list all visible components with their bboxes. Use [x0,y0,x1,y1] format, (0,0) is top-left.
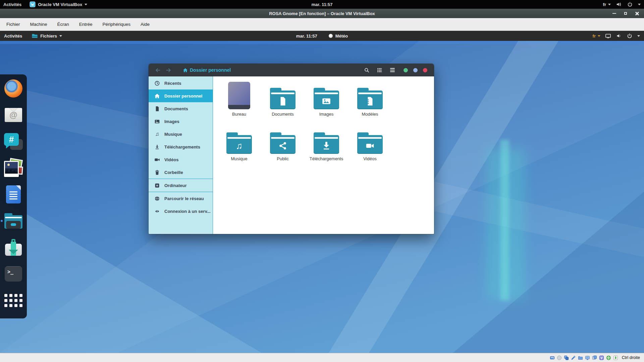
back-button[interactable] [155,67,161,73]
guest-top-bar: Activités Fichiers mar. 11:57 Météo fr [0,31,644,41]
sidebar-item-computer[interactable]: Ordinateur [149,179,213,192]
virtualbox-icon [30,1,36,7]
power-icon[interactable] [627,1,633,7]
home-icon [154,93,160,99]
dock-item-app-grid[interactable] [4,291,23,310]
vbox-window-title: ROSA Gnome [En fonction] – Oracle VM Vir… [0,11,644,16]
window-close-button[interactable] [423,68,427,72]
vbox-menu-bar: Fichier Machine Écran Entrée Périphériqu… [0,18,644,31]
files-app-icon [32,33,38,39]
chevron-down-icon[interactable] [637,35,640,37]
sidebar-item-music[interactable]: ♫ Musique [149,128,213,140]
dock-item-files[interactable] [4,212,23,230]
dock-item-polari-chat[interactable]: # [4,132,23,151]
guest-desktop: @ # [0,41,644,353]
close-button[interactable] [635,11,639,16]
power-icon [627,33,633,39]
image-icon [154,119,160,124]
dock-item-photos[interactable] [4,159,23,177]
software-icon [5,239,22,256]
sidebar-item-recents[interactable]: Récents [149,77,213,89]
dock: @ # [0,74,27,318]
chevron-down-icon[interactable] [638,4,641,5]
fm-header-bar[interactable]: Dossier personnel [149,64,434,76]
server-connect-icon [154,208,160,214]
sidebar-item-images[interactable]: Images [149,115,213,128]
host-clock[interactable]: mar. 11:57 [0,2,644,7]
menu-aide[interactable]: Aide [136,18,155,31]
dock-item-libreoffice-writer[interactable] [4,185,23,204]
menu-entree[interactable]: Entrée [74,18,98,31]
host-app-menu[interactable]: Oracle VM VirtualBox [30,1,87,7]
folder-item-documents[interactable]: Documents [261,81,305,117]
guest-clock[interactable]: mar. 11:57 [296,34,317,39]
dock-item-software[interactable] [4,238,23,257]
keyboard-capture-icon[interactable] [613,355,619,360]
folder-item-public[interactable]: Public [261,126,305,162]
hard-disks-icon[interactable] [550,355,555,360]
chat-icon: # [4,133,23,150]
display-icon [605,33,611,39]
window-maximize-button[interactable] [413,68,418,72]
fm-sidebar: Récents Dossier personnel [149,76,213,234]
folder-item-videos[interactable]: Vidéos [348,126,392,162]
menu-ecran[interactable]: Écran [52,18,74,31]
guest-keyboard-layout[interactable]: fr [593,34,600,39]
folder-item-modeles[interactable]: Modèles [348,81,392,117]
terminal-icon: >_ [5,266,22,282]
shared-folders-icon[interactable] [578,355,583,360]
folder-item-bureau[interactable]: Bureau [217,81,261,117]
vbox-title-bar[interactable]: ROSA Gnome [En fonction] – Oracle VM Vir… [0,9,644,18]
volume-icon[interactable] [616,1,622,7]
sidebar-item-downloads[interactable]: Téléchargements [149,140,213,153]
network-adapters-icon[interactable] [564,355,569,360]
folder-item-images[interactable]: Images [305,81,348,117]
host-keyboard-layout[interactable]: fr [603,2,611,7]
sidebar-item-documents[interactable]: Documents [149,102,213,115]
grid-view-icon[interactable] [377,67,382,73]
app-grid-icon [4,294,22,307]
fm-content-area[interactable]: Bureau Documents [213,76,434,234]
usb-devices-icon[interactable] [571,355,576,360]
forward-button[interactable] [165,67,172,73]
sidebar-item-connect-server[interactable]: Connexion à un serv... [149,205,213,218]
folder-item-musique[interactable]: ♫ Musique [217,126,261,162]
sidebar-item-home[interactable]: Dossier personnel [149,89,213,102]
window-minimize-button[interactable] [404,68,408,72]
folder-item-telechargements[interactable]: Téléchargements [305,126,348,162]
minimize-button[interactable] [612,13,616,14]
guest-app-menu[interactable]: Fichiers [32,33,62,39]
menu-fichier[interactable]: Fichier [1,18,25,31]
documents-folder-icon [270,88,296,109]
list-menu-icon[interactable] [389,67,395,73]
templates-folder-icon [357,88,383,109]
maximize-button[interactable] [624,12,627,15]
host-activities-button[interactable]: Activités [3,2,21,7]
sidebar-item-browse-network[interactable]: Parcourir le réseau [149,192,213,205]
video-icon [154,157,160,163]
host-top-bar: Activités Oracle VM VirtualBox mar. 11:5… [0,0,644,9]
images-folder-icon [314,88,339,109]
menu-machine[interactable]: Machine [25,18,52,31]
guest-activities-button[interactable]: Activités [4,34,22,39]
volume-icon [616,33,622,39]
mail-icon: @ [5,108,22,122]
clock-icon [154,80,160,86]
computer-icon [154,183,160,188]
search-icon[interactable] [364,67,370,73]
dock-item-firefox[interactable] [4,79,23,98]
video-capture-icon[interactable] [592,355,597,360]
menu-peripheriques[interactable]: Périphériques [98,18,136,31]
writer-icon [6,185,21,203]
optical-drives-icon[interactable] [557,355,562,360]
virtualization-features-icon[interactable] [599,355,604,360]
dock-item-evolution-mail[interactable]: @ [4,106,23,124]
display-status-icon[interactable] [585,355,590,360]
music-icon: ♫ [154,131,160,137]
weather-indicator[interactable]: Météo [329,34,348,39]
mouse-integration-icon[interactable] [606,355,611,360]
dock-item-terminal[interactable]: >_ [4,264,23,283]
sidebar-item-videos[interactable]: Vidéos [149,153,213,166]
host-app-menu-label: Oracle VM VirtualBox [38,2,82,7]
sidebar-item-trash[interactable]: Corbeille [149,166,213,179]
